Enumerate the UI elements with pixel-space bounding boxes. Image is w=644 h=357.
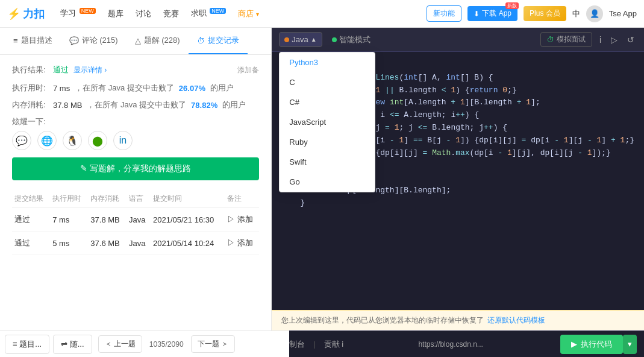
qq-icon: 🐧 xyxy=(66,135,78,147)
row1-date: 2021/05/21 16:30 xyxy=(151,208,225,232)
smart-mode-toggle[interactable]: 智能模式 xyxy=(332,34,370,45)
logo[interactable]: ⚡ 力扣 xyxy=(7,7,45,21)
nav-learn-badge: NEW xyxy=(80,8,96,14)
dropdown-item-swift[interactable]: Swift xyxy=(280,152,375,172)
share-wechat-button[interactable]: 💬 xyxy=(12,131,31,150)
table-row: 通过 5 ms 37.6 MB Java 2021/05/14 10:24 ▷ … xyxy=(12,232,259,255)
blog-link[interactable]: https://blog.csdn.n... xyxy=(418,340,483,349)
tse-app-title: Tse App xyxy=(609,9,637,18)
next-button[interactable]: 下一题 ＞ xyxy=(191,335,235,353)
reset-icon[interactable]: ↺ xyxy=(625,35,637,45)
right-bottom-bar: 控制台 | 贡献 i https://blog.csdn.n... ▶ 执行代码… xyxy=(272,330,644,357)
nav-problems[interactable]: 题库 xyxy=(107,6,125,22)
store-dropdown-icon: ▾ xyxy=(256,11,259,17)
col-time: 执行用时 xyxy=(50,190,88,208)
main-container: ≡ 题目描述 💬 评论 (215) △ 题解 (228) ⏱ 提交记录 执行结果… xyxy=(0,28,644,357)
language-dropdown: Python3 C C# JavaScript Ruby Swift Go xyxy=(279,52,375,192)
smart-mode-dot xyxy=(332,37,337,42)
tabs: ≡ 题目描述 💬 评论 (215) △ 题解 (228) ⏱ 提交记录 xyxy=(0,28,271,55)
download-btn-wrapper: ⬇ 下载 App 新版 xyxy=(467,6,517,21)
table-body: 通过 7 ms 37.8 MB Java 2021/05/21 16:30 ▷ … xyxy=(12,208,259,255)
new-feature-button[interactable]: 新功能 xyxy=(427,5,461,22)
toolbar-right: ⏱ 模拟面试 i ▷ ↺ xyxy=(540,32,637,47)
dropdown-item-javascript[interactable]: JavaScript xyxy=(280,112,375,132)
plus-button[interactable]: Plus 会员 xyxy=(524,6,566,21)
weibo-icon: 🌐 xyxy=(41,135,53,147)
table-header: 提交结果 执行用时 内存消耗 语言 提交时间 备注 xyxy=(12,190,259,208)
share-label: 炫耀一下: xyxy=(12,117,46,126)
nav-jobs[interactable]: 求职 NEW xyxy=(190,5,228,21)
share-weibo-button[interactable]: 🌐 xyxy=(37,131,57,150)
share-section: 炫耀一下: 💬 🌐 🐧 ⬤ in xyxy=(12,116,259,150)
dropdown-item-python3[interactable]: Python3 xyxy=(280,52,375,72)
tab-comments-icon: 💬 xyxy=(69,36,79,45)
avatar[interactable]: 👤 xyxy=(586,5,603,22)
time-stat-value: 7 ms xyxy=(53,84,70,93)
problem-list-button[interactable]: ≡ 题目... xyxy=(5,335,49,354)
tab-solutions[interactable]: △ 题解 (228) xyxy=(127,28,189,54)
row2-note[interactable]: ▷ 添加 xyxy=(225,232,259,255)
nav-learn[interactable]: 学习 NEW xyxy=(59,5,97,21)
prev-button[interactable]: ＜ 上一题 xyxy=(98,335,142,353)
run-code-button[interactable]: ▶ 执行代码 xyxy=(560,335,623,354)
tab-comments[interactable]: 💬 评论 (215) xyxy=(61,28,127,54)
col-mem: 内存消耗 xyxy=(88,190,127,208)
result-label: 执行结果: xyxy=(12,65,48,75)
download-badge: 新版 xyxy=(505,2,519,9)
logo-icon: ⚡ xyxy=(7,7,20,21)
logo-text: 力扣 xyxy=(23,7,45,21)
douban-icon: ⬤ xyxy=(92,135,103,147)
pagination: ＜ 上一题 1035/2090 下一题 ＞ xyxy=(98,335,235,353)
linkedin-icon: in xyxy=(119,135,127,146)
right-panel: Java ▲ 智能模式 ⏱ 模拟面试 i ▷ ↺ Python3 C C# xyxy=(272,28,644,357)
random-button[interactable]: ⇌ 随... xyxy=(53,335,92,354)
row1-time: 7 ms xyxy=(50,208,88,232)
language-switch[interactable]: 中 xyxy=(572,8,580,19)
result-detail[interactable]: 显示详情 › xyxy=(73,65,107,75)
row2-mem: 37.6 MB xyxy=(88,232,127,255)
dropdown-item-go[interactable]: Go xyxy=(280,172,375,192)
share-qq-button[interactable]: 🐧 xyxy=(63,131,82,150)
nav-contest[interactable]: 竞赛 xyxy=(162,6,180,22)
dropdown-item-csharp[interactable]: C# xyxy=(280,92,375,112)
notification-bar: 您上次编辑到这里，代码已从您浏览器本地的临时存储中恢复了 还原默认代码模板 xyxy=(272,310,644,330)
run-dropdown-button[interactable]: ▾ xyxy=(623,335,637,354)
tab-description[interactable]: ≡ 题目描述 xyxy=(5,28,61,54)
nav-discuss[interactable]: 讨论 xyxy=(134,6,152,22)
dropdown-item-ruby[interactable]: Ruby xyxy=(280,132,375,152)
share-linkedin-button[interactable]: in xyxy=(113,131,133,150)
wechat-icon: 💬 xyxy=(16,135,28,147)
chevron-up-icon: ▲ xyxy=(311,36,317,43)
tab-solutions-icon: △ xyxy=(135,36,141,45)
restore-link[interactable]: 还原默认代码模板 xyxy=(487,315,545,326)
language-selector[interactable]: Java ▲ xyxy=(279,32,322,47)
result-status[interactable]: 通过 xyxy=(53,65,69,75)
contribute-button[interactable]: 贡献 i xyxy=(322,339,346,350)
time-stat-row: 执行用时: 7 ms ，在所有 Java 提交中击败了 26.07% 的用户 xyxy=(12,83,259,93)
code-line-12: } xyxy=(281,197,634,210)
row1-note[interactable]: ▷ 添加 xyxy=(225,208,259,232)
row2-date: 2021/05/14 10:24 xyxy=(151,232,225,255)
simulate-interview-button[interactable]: ⏱ 模拟面试 xyxy=(540,32,592,47)
tab-submissions[interactable]: ⏱ 提交记录 xyxy=(189,28,248,54)
row2-status[interactable]: 通过 xyxy=(12,232,50,255)
nav-jobs-badge: NEW xyxy=(210,8,226,14)
write-solution-button[interactable]: ✎ 写题解，分享我的解题思路 xyxy=(12,157,259,180)
info-icon[interactable]: i xyxy=(597,35,604,45)
nav-store[interactable]: 商店 ▾ xyxy=(237,6,260,22)
mem-beat-pct: 78.82% xyxy=(191,101,217,110)
col-note: 备注 xyxy=(225,190,259,208)
page-number: 1035/2090 xyxy=(145,340,189,349)
time-beat-pct: 26.07% xyxy=(179,84,205,93)
row1-status[interactable]: 通过 xyxy=(12,208,50,232)
share-douban-button[interactable]: ⬤ xyxy=(88,131,107,150)
col-lang: 语言 xyxy=(127,190,151,208)
left-panel: ≡ 题目描述 💬 评论 (215) △ 题解 (228) ⏱ 提交记录 执行结果… xyxy=(0,28,272,357)
mem-stat-label: 内存消耗: xyxy=(12,100,48,110)
top-nav: ⚡ 力扣 学习 NEW 题库 讨论 竞赛 求职 NEW 商店 ▾ 新功能 ⬇ 下… xyxy=(0,0,644,28)
dropdown-item-c[interactable]: C xyxy=(280,72,375,92)
add-备注-btn[interactable]: 添加备 xyxy=(237,65,259,75)
time-beat-suffix: 的用户 xyxy=(210,83,234,93)
run-small-icon[interactable]: ▷ xyxy=(608,35,620,45)
result-row: 执行结果: 通过 显示详情 › 添加备 xyxy=(12,65,259,75)
